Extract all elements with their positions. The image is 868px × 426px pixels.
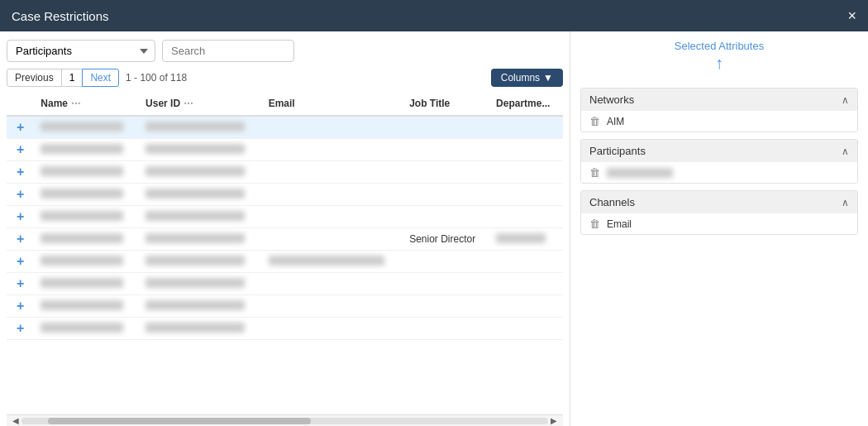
participants-collapse-btn[interactable]: ∧ bbox=[842, 146, 849, 157]
aim-delete-icon[interactable]: 🗑 bbox=[589, 115, 600, 127]
table-row: + bbox=[7, 251, 563, 273]
search-input[interactable] bbox=[162, 40, 294, 62]
col-jobtitle: Job Title bbox=[403, 92, 489, 116]
networks-section-header: Networks ∧ bbox=[581, 89, 857, 111]
add-row-button[interactable]: + bbox=[13, 322, 27, 335]
networks-section: Networks ∧ 🗑 AIM bbox=[580, 88, 858, 132]
pagination-row: Previous 1 Next 1 - 100 of 118 Columns ▼ bbox=[7, 69, 563, 87]
table-wrapper: Name ··· User ID ··· bbox=[7, 92, 563, 414]
job-title-cell: Senior Director bbox=[409, 233, 475, 245]
table-row: + bbox=[7, 273, 563, 295]
page-range: 1 - 100 of 118 bbox=[126, 72, 187, 84]
table-row: + bbox=[7, 139, 563, 161]
userid-cell bbox=[145, 189, 245, 199]
channels-section-header: Channels ∧ bbox=[581, 191, 857, 213]
scroll-right-arrow[interactable]: ▶ bbox=[548, 416, 560, 425]
userid-cell bbox=[145, 278, 245, 288]
table-scroll[interactable]: Name ··· User ID ··· bbox=[7, 92, 563, 414]
table-row: + bbox=[7, 206, 563, 228]
scroll-thumb[interactable] bbox=[48, 418, 312, 424]
channels-label: Channels bbox=[589, 196, 635, 208]
channels-section: Channels ∧ 🗑 Email bbox=[580, 190, 858, 235]
participants-label: Participants bbox=[589, 145, 646, 157]
add-row-button[interactable]: + bbox=[13, 165, 27, 179]
columns-label: Columns bbox=[501, 72, 540, 84]
table-row: + bbox=[7, 116, 563, 139]
selected-attributes-header: Selected Attributes ↑ bbox=[580, 40, 858, 73]
userid-cell bbox=[145, 166, 245, 176]
userid-cell bbox=[145, 256, 245, 266]
channels-item-email: 🗑 Email bbox=[581, 213, 857, 234]
department-cell bbox=[496, 233, 546, 243]
participants-section: Participants ∧ 🗑 bbox=[580, 139, 858, 184]
name-cell bbox=[41, 278, 123, 288]
up-arrow-icon: ↑ bbox=[580, 54, 858, 73]
columns-button[interactable]: Columns ▼ bbox=[491, 69, 563, 87]
selected-attributes-title: Selected Attributes bbox=[675, 40, 764, 52]
add-row-button[interactable]: + bbox=[13, 255, 27, 268]
add-row-button[interactable]: + bbox=[13, 121, 27, 134]
name-cell bbox=[41, 323, 123, 333]
add-row-button[interactable]: + bbox=[13, 232, 27, 246]
filter-icon: ▼ bbox=[543, 72, 553, 84]
next-button[interactable]: Next bbox=[82, 69, 119, 87]
left-panel: ParticipantsNetworksChannels Previous 1 … bbox=[0, 31, 570, 426]
userid-col-menu[interactable]: ··· bbox=[184, 97, 193, 110]
col-email: Email bbox=[262, 92, 403, 116]
add-row-button[interactable]: + bbox=[13, 188, 27, 201]
table-row: + bbox=[7, 295, 563, 318]
name-cell bbox=[41, 211, 123, 221]
name-cell bbox=[41, 300, 123, 310]
add-row-button[interactable]: + bbox=[13, 299, 27, 313]
userid-cell bbox=[145, 300, 245, 310]
table-row: + bbox=[7, 318, 563, 340]
participants-select[interactable]: ParticipantsNetworksChannels bbox=[7, 40, 155, 62]
scroll-left-arrow[interactable]: ◀ bbox=[10, 416, 21, 425]
userid-cell bbox=[145, 323, 245, 333]
add-row-button[interactable]: + bbox=[13, 210, 27, 223]
userid-cell bbox=[145, 211, 245, 221]
email-cell bbox=[269, 256, 384, 266]
col-userid: User ID ··· bbox=[139, 92, 262, 116]
previous-button[interactable]: Previous bbox=[7, 69, 62, 87]
email-delete-icon[interactable]: 🗑 bbox=[589, 218, 600, 230]
participants-table: Name ··· User ID ··· bbox=[7, 92, 563, 340]
dialog-title: Case Restrictions bbox=[12, 9, 109, 23]
aim-label: AIM bbox=[607, 116, 624, 127]
participants-item: 🗑 bbox=[581, 162, 857, 183]
add-row-button[interactable]: + bbox=[13, 143, 27, 156]
title-bar: Case Restrictions × bbox=[0, 0, 868, 31]
participant-blurred-label bbox=[607, 168, 673, 178]
name-cell bbox=[41, 122, 123, 132]
right-panel: Selected Attributes ↑ Networks ∧ 🗑 AIM P… bbox=[570, 31, 868, 426]
top-controls: ParticipantsNetworksChannels bbox=[7, 40, 563, 62]
name-cell bbox=[41, 166, 123, 176]
channels-collapse-btn[interactable]: ∧ bbox=[842, 197, 849, 208]
userid-cell bbox=[145, 233, 245, 243]
email-channel-label: Email bbox=[607, 218, 632, 230]
userid-cell bbox=[145, 144, 245, 154]
name-cell bbox=[41, 256, 123, 266]
main-container: ParticipantsNetworksChannels Previous 1 … bbox=[0, 31, 868, 426]
table-row: +Senior Director bbox=[7, 228, 563, 251]
add-row-button[interactable]: + bbox=[13, 277, 27, 290]
name-cell bbox=[41, 233, 123, 243]
col-department: Departme... bbox=[489, 92, 563, 116]
participant-delete-icon[interactable]: 🗑 bbox=[589, 166, 600, 179]
table-row: + bbox=[7, 184, 563, 206]
table-row: + bbox=[7, 161, 563, 184]
pagination-controls: Previous 1 Next 1 - 100 of 118 bbox=[7, 69, 187, 87]
scroll-track bbox=[21, 418, 548, 424]
col-add bbox=[7, 92, 34, 116]
networks-label: Networks bbox=[589, 93, 634, 106]
horizontal-scrollbar[interactable]: ◀ ▶ bbox=[7, 414, 563, 426]
col-name: Name ··· bbox=[34, 92, 139, 116]
name-cell bbox=[41, 144, 123, 154]
networks-item-aim: 🗑 AIM bbox=[581, 111, 857, 132]
close-button[interactable]: × bbox=[847, 8, 856, 23]
participants-section-header: Participants ∧ bbox=[581, 140, 857, 162]
page-number[interactable]: 1 bbox=[62, 69, 83, 87]
name-col-menu[interactable]: ··· bbox=[71, 97, 81, 110]
networks-collapse-btn[interactable]: ∧ bbox=[842, 94, 849, 106]
userid-cell bbox=[145, 122, 245, 132]
